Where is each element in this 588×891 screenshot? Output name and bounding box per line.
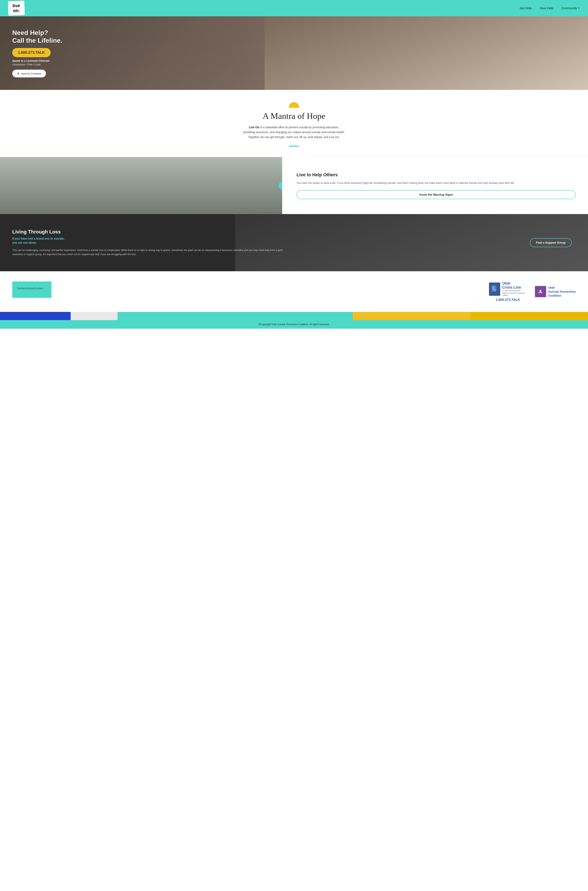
help-image-bg bbox=[0, 157, 282, 214]
uspc-text: UtahSuicide PreventionCoalition bbox=[548, 285, 576, 298]
uspc-icon bbox=[535, 286, 546, 297]
hero-content: Need Help? Call the Lifeline. 1.800.273.… bbox=[0, 21, 75, 86]
nav-links: Get Help Give Help Community ▼ bbox=[520, 6, 580, 10]
find-support-group-button[interactable]: Find a Support Group bbox=[530, 238, 572, 247]
color-bars bbox=[0, 312, 588, 320]
footer-link-partners[interactable]: Partners bbox=[17, 287, 27, 290]
hero-sub-bold: Speak to a Licensed Clinician bbox=[12, 59, 62, 62]
bar-yellow bbox=[353, 312, 470, 320]
nav-item-community[interactable]: Community ▼ bbox=[561, 6, 580, 10]
know-warning-signs-button[interactable]: Know the Warning Signs bbox=[297, 190, 576, 199]
hero-sub-light: Anonymous • Free • Local bbox=[12, 63, 62, 66]
footer-logos: UtahCrisis Line In Association with the … bbox=[489, 281, 576, 302]
help-image bbox=[0, 157, 282, 214]
help-title: Live to Help Others bbox=[297, 172, 576, 177]
logo-text: liveon. bbox=[12, 3, 20, 13]
svg-rect-5 bbox=[538, 292, 542, 293]
community-link[interactable]: Community ▼ bbox=[561, 6, 580, 10]
crisis-logo-text: UtahCrisis Line In Association with the … bbox=[502, 281, 527, 297]
hero-headline: Need Help? Call the Lifeline. bbox=[12, 29, 62, 45]
bar-yellow2 bbox=[470, 312, 588, 320]
logo[interactable]: liveon. bbox=[8, 1, 25, 16]
mantra-title: A Mantra of Hope bbox=[4, 111, 584, 121]
help-section: Live to Help Others You have the power t… bbox=[0, 157, 588, 214]
uspc-logo: UtahSuicide PreventionCoalition bbox=[535, 285, 576, 298]
download-icon: ⬇ bbox=[17, 72, 20, 75]
crisis-sub-text: In Association with the National Suicide… bbox=[502, 290, 527, 297]
chevron-down-icon: ▼ bbox=[578, 7, 580, 9]
copyright-text: ©Copyright Utah Suicide Prevention Coali… bbox=[258, 323, 330, 326]
uspc-icon-svg bbox=[537, 288, 543, 295]
get-help-link[interactable]: Get Help bbox=[520, 6, 532, 10]
footer-link-about[interactable]: About bbox=[27, 287, 34, 290]
navigation: liveon. Get Help Give Help Community ▼ bbox=[0, 0, 588, 17]
crisis-line-logo: UtahCrisis Line In Association with the … bbox=[489, 281, 527, 302]
bar-blue bbox=[0, 312, 70, 320]
nav-item-get-help[interactable]: Get Help bbox=[520, 6, 532, 10]
sun-icon bbox=[289, 102, 299, 108]
footer-nav: Partners About Contact bbox=[12, 281, 51, 298]
help-text-area: Live to Help Others You have the power t… bbox=[282, 157, 588, 214]
hero-section: Need Help? Call the Lifeline. 1.800.273.… bbox=[0, 17, 588, 90]
bar-teal bbox=[118, 312, 353, 320]
loss-section: Living Through Loss If you have lost a l… bbox=[0, 214, 588, 271]
loss-title: Living Through Loss bbox=[12, 229, 294, 235]
give-help-link[interactable]: Give Help bbox=[540, 6, 553, 10]
nav-item-give-help[interactable]: Give Help bbox=[540, 6, 553, 10]
svg-rect-1 bbox=[492, 286, 494, 288]
crisis-logo-container: UtahCrisis Line In Association with the … bbox=[489, 281, 527, 297]
footer-bottom: ©Copyright Utah Suicide Prevention Coali… bbox=[0, 320, 588, 329]
loss-subtitle: If you have lost a loved one to suicide,… bbox=[12, 237, 294, 245]
mantra-body: Live On is a statewide effort to prevent… bbox=[243, 125, 345, 140]
bar-white bbox=[70, 312, 118, 320]
crisis-phone: 1-800-273-TALK bbox=[489, 298, 527, 302]
help-body: You have the power to save a life. If yo… bbox=[297, 181, 576, 185]
save-to-contacts-button[interactable]: ⬇ Save to Contacts bbox=[12, 70, 46, 77]
loss-content: Living Through Loss If you have lost a l… bbox=[0, 219, 306, 267]
mantra-section: A Mantra of Hope Live On is a statewide … bbox=[0, 90, 588, 157]
svg-point-4 bbox=[539, 290, 542, 292]
loss-body: This can be challenging, confusing, and … bbox=[12, 248, 294, 257]
hero-photo bbox=[265, 17, 588, 90]
footer-link-contact[interactable]: Contact bbox=[34, 287, 43, 290]
phone-button[interactable]: 1.800.273.TALK bbox=[12, 48, 51, 57]
loss-btn-area: Find a Support Group bbox=[530, 238, 572, 247]
crisis-logo-icon bbox=[489, 282, 500, 296]
teal-divider bbox=[289, 146, 299, 147]
svg-rect-2 bbox=[492, 289, 496, 291]
utah-state-icon bbox=[491, 285, 498, 293]
footer: Partners About Contact UtahCrisis Line I… bbox=[0, 271, 588, 312]
